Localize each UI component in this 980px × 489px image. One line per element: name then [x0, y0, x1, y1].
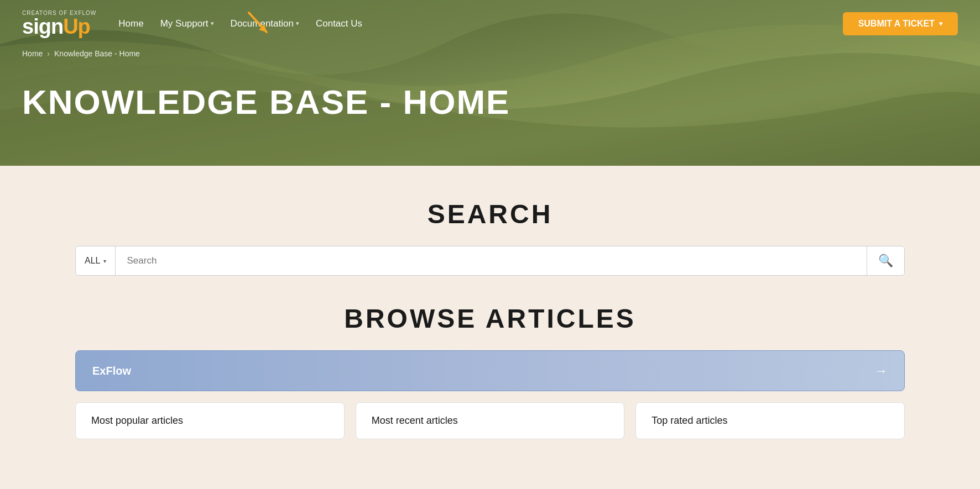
- browse-section: BROWSE ARTICLES ExFlow → Most popular ar…: [75, 303, 905, 439]
- browse-title: BROWSE ARTICLES: [75, 303, 905, 334]
- most-recent-card[interactable]: Most recent articles: [356, 402, 625, 439]
- breadcrumb-home[interactable]: Home: [22, 49, 43, 58]
- search-filter-dropdown[interactable]: ALL ▾: [76, 246, 116, 275]
- nav-home[interactable]: Home: [118, 18, 143, 29]
- nav-links: Home My Support ▾ Documentation ▾ Contac…: [118, 18, 842, 29]
- nav-my-support[interactable]: My Support ▾: [160, 18, 214, 29]
- logo[interactable]: CREATORS OF EXFLOW signUp: [22, 10, 96, 37]
- submit-ticket-label: SUBMIT A TICKET: [858, 19, 935, 29]
- page-title: KNOWLEDGE BASE - HOME: [22, 82, 958, 122]
- submit-ticket-button[interactable]: SUBMIT A TICKET ▾: [843, 12, 958, 35]
- logo-up: Up: [63, 15, 90, 38]
- search-button[interactable]: 🔍: [867, 246, 904, 275]
- logo-creators-text: CREATORS OF EXFLOW: [22, 10, 96, 16]
- search-filter-label: ALL: [85, 256, 100, 266]
- search-bar: ALL ▾ 🔍: [75, 246, 905, 276]
- top-rated-card[interactable]: Top rated articles: [635, 402, 905, 439]
- breadcrumb: Home › Knowledge Base - Home: [0, 47, 980, 60]
- breadcrumb-separator: ›: [47, 49, 50, 58]
- my-support-chevron: ▾: [211, 20, 214, 27]
- main-nav: CREATORS OF EXFLOW signUp Home My Suppor…: [0, 0, 980, 47]
- search-icon: 🔍: [878, 254, 893, 268]
- page-header: CREATORS OF EXFLOW signUp Home My Suppor…: [0, 0, 980, 166]
- top-rated-label: Top rated articles: [651, 415, 727, 426]
- submit-ticket-chevron: ▾: [939, 20, 942, 28]
- search-title: SEARCH: [44, 199, 936, 229]
- logo-sign: sign: [22, 15, 63, 38]
- breadcrumb-current: Knowledge Base - Home: [54, 49, 140, 58]
- most-recent-label: Most recent articles: [372, 415, 458, 426]
- filter-chevron-icon: ▾: [103, 258, 106, 264]
- documentation-chevron: ▾: [296, 20, 299, 27]
- exflow-label: ExFlow: [92, 365, 131, 377]
- articles-row: Most popular articles Most recent articl…: [75, 402, 905, 439]
- search-section: SEARCH ALL ▾ 🔍: [44, 199, 936, 276]
- main-content: SEARCH ALL ▾ 🔍 BROWSE ARTICLES ExFlow → …: [0, 166, 980, 461]
- logo-signup-text: signUp: [22, 16, 96, 37]
- page-title-area: KNOWLEDGE BASE - HOME: [0, 60, 980, 122]
- arrow-annotation: [243, 4, 277, 40]
- exflow-card[interactable]: ExFlow →: [75, 350, 905, 391]
- most-popular-label: Most popular articles: [91, 415, 183, 426]
- search-input[interactable]: [116, 246, 867, 275]
- most-popular-card[interactable]: Most popular articles: [75, 402, 345, 439]
- exflow-arrow-icon: →: [874, 363, 888, 378]
- nav-contact-us[interactable]: Contact Us: [316, 18, 362, 29]
